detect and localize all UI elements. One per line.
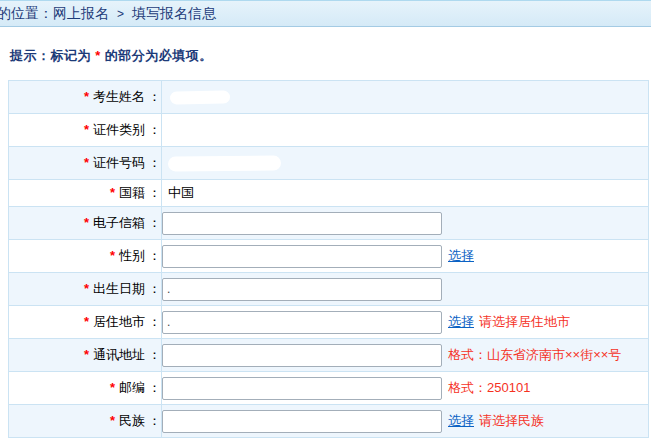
required-asterisk: * [84, 122, 89, 137]
gender-label: *性别： [9, 240, 162, 273]
email-input[interactable] [162, 212, 442, 235]
row-gender: *性别： 选择 [9, 240, 649, 273]
residence-city-label: *居住地市： [9, 306, 162, 339]
residence-city-hint: 请选择居住地市 [479, 313, 570, 331]
row-id-type: *证件类别： [9, 114, 649, 147]
tip-text-before: 提示：标记为 [10, 48, 95, 63]
row-nationality: *国籍： 中国 [9, 180, 649, 207]
gender-select-link[interactable]: 选择 [448, 247, 474, 265]
breadcrumb-item-online-registration[interactable]: 网上报名 [53, 5, 109, 21]
breadcrumb: 的位置：网上报名>填写报名信息 [0, 5, 216, 21]
row-residence-city: *居住地市： 选择请选择居住地市 [9, 306, 649, 339]
residence-city-select-link[interactable]: 选择 [448, 313, 474, 331]
residence-city-input[interactable] [162, 311, 442, 334]
required-asterisk: * [110, 185, 115, 200]
breadcrumb-bar: 的位置：网上报名>填写报名信息 [0, 0, 651, 27]
breadcrumb-item-fill-registration-info[interactable]: 填写报名信息 [132, 5, 216, 21]
nationality-label: *国籍： [9, 180, 162, 207]
required-asterisk: * [110, 380, 115, 395]
required-asterisk: * [110, 413, 115, 428]
mailing-address-format-hint: 格式：山东省济南市××街××号 [448, 346, 621, 364]
birth-date-label: *出生日期： [9, 273, 162, 306]
required-asterisk: * [84, 281, 89, 296]
breadcrumb-prefix: 的位置： [0, 5, 53, 21]
registration-form-table: *考生姓名： *证件类别： *证件号码： *国籍： 中国 *电子信箱： *性别：… [8, 80, 649, 438]
redaction-patch [170, 90, 230, 104]
row-email: *电子信箱： [9, 207, 649, 240]
redaction-patch [168, 155, 281, 171]
postal-code-label: *邮编： [9, 372, 162, 405]
mailing-address-input[interactable] [162, 344, 442, 367]
row-mailing-address: *通讯地址： 格式：山东省济南市××街××号 [9, 339, 649, 372]
ethnicity-label: *民族： [9, 405, 162, 438]
tip-text-after: 的部分为必填项。 [101, 48, 213, 63]
postal-code-input[interactable] [162, 377, 442, 400]
required-asterisk: * [84, 347, 89, 362]
row-birth-date: *出生日期： [9, 273, 649, 306]
postal-code-format-hint: 格式：250101 [448, 379, 530, 397]
id-type-label: *证件类别： [9, 114, 162, 147]
required-asterisk: * [84, 314, 89, 329]
ethnicity-select-link[interactable]: 选择 [448, 412, 474, 430]
mailing-address-label: *通讯地址： [9, 339, 162, 372]
breadcrumb-separator: > [117, 7, 124, 21]
candidate-name-label: *考生姓名： [9, 81, 162, 114]
required-asterisk: * [110, 248, 115, 263]
row-candidate-name: *考生姓名： [9, 81, 649, 114]
ethnicity-input[interactable] [162, 410, 442, 433]
required-asterisk: * [84, 89, 89, 104]
required-fields-tip: 提示：标记为 * 的部分为必填项。 [10, 47, 213, 65]
email-label: *电子信箱： [9, 207, 162, 240]
ethnicity-hint: 请选择民族 [479, 412, 544, 430]
row-ethnicity: *民族： 选择请选择民族 [9, 405, 649, 438]
required-asterisk: * [84, 215, 89, 230]
nationality-value: 中国 [168, 184, 194, 202]
gender-input[interactable] [162, 245, 442, 268]
row-id-number: *证件号码： [9, 147, 649, 180]
birth-date-input[interactable] [162, 278, 442, 301]
id-number-label: *证件号码： [9, 147, 162, 180]
row-postal-code: *邮编： 格式：250101 [9, 372, 649, 405]
required-asterisk: * [84, 155, 89, 170]
